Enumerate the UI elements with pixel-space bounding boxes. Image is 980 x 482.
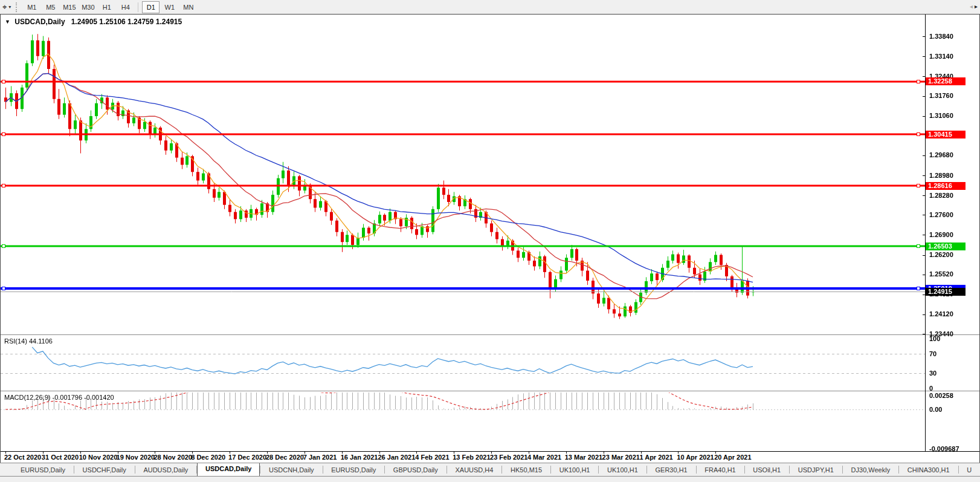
- price-axis-tick: [923, 295, 925, 295]
- chart-tab-gbpusd-daily[interactable]: GBPUSD,Daily: [385, 463, 446, 476]
- time-axis-date-label: 23 Feb 2021: [490, 454, 527, 461]
- time-axis-date-label: 26 Jan 2021: [378, 454, 416, 461]
- chart-tab-usdchf-daily[interactable]: USDCHF,Daily: [74, 463, 135, 476]
- price-axis-tick-label: 1.24120: [929, 310, 953, 318]
- rsi-scale-label: 100: [929, 335, 940, 342]
- chart-ohlc-values: 1.24905 1.25106 1.24759 1.24915: [71, 18, 182, 26]
- chart-tab-china300-h1[interactable]: CHINA300,H1: [899, 463, 958, 476]
- chart-tab-usdcad-daily[interactable]: USDCAD,Daily: [197, 463, 260, 476]
- price-axis-tick-label: 1.25520: [929, 270, 953, 278]
- tab-scroll-left-icon[interactable]: ◂: [970, 3, 973, 10]
- price-axis-tick: [923, 215, 925, 215]
- price-axis-tick: [923, 314, 925, 315]
- time-axis-date-label: 8 Dec 2020: [191, 454, 225, 461]
- macd-label: MACD(12,26,9) -0.001796 -0.001420: [4, 394, 114, 401]
- toolbar-separator: [138, 2, 138, 12]
- time-axis-date-label: 4 Mar 2021: [527, 454, 561, 461]
- trading-platform-window: { "icons": { "cursor_tool": "⌖", "toolba…: [0, 0, 980, 482]
- chart-tab-dj30-weekly[interactable]: DJ30,Weekly: [843, 463, 899, 476]
- timeframe-button-w1[interactable]: W1: [161, 1, 178, 13]
- time-axis-date-label: 13 Mar 2021: [565, 454, 602, 461]
- chart-tab-eurusd-daily[interactable]: EURUSD,Daily: [12, 463, 74, 476]
- level-price-label: 1.32258: [926, 77, 965, 85]
- price-axis-tick-label: 1.27600: [929, 211, 953, 218]
- time-axis-date-label: 1 Apr 2021: [639, 454, 672, 461]
- timeframe-button-m15[interactable]: M15: [60, 1, 78, 13]
- price-axis-tick-label: 1.29680: [929, 151, 953, 158]
- tab-scroll-right-icon[interactable]: ▸: [975, 3, 978, 10]
- price-axis-tick-label: 1.33140: [929, 53, 953, 60]
- timeframe-button-h4[interactable]: H4: [117, 1, 134, 13]
- time-axis-date-label: 10 Apr 2021: [677, 454, 714, 461]
- chart-tab-audusd-daily[interactable]: AUDUSD,Daily: [135, 463, 196, 476]
- price-axis-tick: [923, 175, 925, 176]
- chevron-down-icon: ▾: [8, 4, 11, 10]
- rsi-current-value: 44.1106: [29, 337, 53, 345]
- price-chart-canvas[interactable]: [1, 16, 925, 334]
- chart-tab-u[interactable]: U: [958, 463, 980, 476]
- rsi-scale-label: 0: [929, 385, 933, 392]
- time-axis-date-label: 4 Feb 2021: [415, 454, 449, 461]
- panel-splitter-highlight: [1, 391, 979, 392]
- price-axis-tick-label: 1.26900: [929, 231, 953, 238]
- toolbar-drag-handle[interactable]: [16, 2, 20, 12]
- timeframe-button-m5[interactable]: M5: [42, 1, 59, 13]
- timeframe-button-mn[interactable]: MN: [179, 1, 197, 13]
- timeframe-toolbar: ⌖ ▾ M1M5M15M30H1H4D1W1MN: [0, 0, 980, 15]
- time-axis-date-label: 22 Oct 2020: [4, 454, 41, 461]
- chart-tab-fra40-h1[interactable]: FRA40,H1: [696, 463, 744, 476]
- chart-tab-uk100-h1[interactable]: UK100,H1: [599, 463, 646, 476]
- timeframe-button-m1[interactable]: M1: [23, 1, 40, 13]
- price-axis-tick: [923, 155, 925, 156]
- time-axis-date-label: 17 Dec 2020: [228, 454, 266, 461]
- time-axis-date-label: 23 Mar 2021: [602, 454, 640, 461]
- level-price-label: 1.28616: [926, 182, 965, 190]
- price-axis-tick-label: 1.33840: [929, 33, 953, 40]
- macd-scale-label: 0.00: [929, 406, 942, 413]
- chart-tab-hk50-m15[interactable]: HK50,M15: [502, 463, 550, 476]
- chart-tab-usdjpy-h1[interactable]: USDJPY,H1: [790, 463, 842, 476]
- time-axis-date-label: 10 Nov 2020: [79, 454, 118, 461]
- price-axis-tick-label: 1.28980: [929, 172, 953, 179]
- chart-tab-bar: EURUSD,DailyUSDCHF,DailyAUDUSD,DailyUSDC…: [0, 463, 980, 477]
- tab-scroll-buttons: ◂▸: [970, 3, 978, 10]
- time-axis-line: [1, 451, 979, 452]
- macd-scale-label: 0.00258: [929, 392, 953, 399]
- time-axis-date-label: 19 Nov 2020: [117, 454, 155, 461]
- price-axis-tick: [923, 195, 925, 196]
- price-axis-tick: [923, 96, 925, 97]
- price-axis-tick: [923, 334, 925, 334]
- price-axis-tick-label: 1.26200: [929, 251, 953, 258]
- chart-cursor-tool-button[interactable]: ⌖ ▾: [0, 2, 13, 12]
- chart-tab-ger30-h1[interactable]: GER30,H1: [647, 463, 696, 476]
- crosshair-icon: ⌖: [2, 2, 7, 12]
- macd-scale-label: -0.009687: [929, 445, 959, 452]
- panel-splitter-highlight: [1, 335, 979, 336]
- timeframe-button-h1[interactable]: H1: [98, 1, 115, 13]
- time-axis-date-label: 28 Nov 2020: [153, 454, 192, 461]
- chart-symbol-period: USDCAD,Daily: [15, 18, 65, 26]
- status-strip: [0, 477, 980, 482]
- price-axis-tick: [923, 36, 925, 37]
- title-triangle-icon: ▼: [5, 19, 10, 25]
- timeframe-button-m30[interactable]: M30: [79, 1, 97, 13]
- time-axis-date-label: 20 Apr 2021: [714, 454, 751, 461]
- price-axis-tick: [923, 76, 925, 77]
- chart-window: ▼ USDCAD,Daily 1.24905 1.25106 1.24759 1…: [0, 14, 980, 463]
- chart-tab-xauusd-h4[interactable]: XAUUSD,H4: [446, 463, 501, 476]
- current-price-label: 1.24915: [926, 288, 965, 296]
- price-axis-tick: [923, 116, 925, 117]
- level-price-label: 1.26503: [926, 243, 965, 250]
- chart-tab-eurusd-daily[interactable]: EURUSD,Daily: [323, 463, 384, 476]
- timeframe-button-d1[interactable]: D1: [142, 1, 160, 13]
- price-axis-tick: [923, 235, 925, 235]
- time-axis-date-label: 7 Jan 2021: [303, 454, 337, 461]
- chart-tab-usdcnh-daily[interactable]: USDCNH,Daily: [260, 463, 323, 476]
- chart-tab-uk100-h1[interactable]: UK100,H1: [551, 463, 599, 476]
- price-axis-tick-label: 1.31060: [929, 112, 953, 119]
- time-axis-date-label: 28 Dec 2020: [266, 454, 304, 461]
- macd-indicator-canvas[interactable]: [1, 392, 925, 451]
- time-axis-date-label: 31 Oct 2020: [42, 454, 79, 461]
- rsi-indicator-canvas[interactable]: [1, 336, 925, 391]
- chart-tab-usoil-h1[interactable]: USOil,H1: [744, 463, 789, 476]
